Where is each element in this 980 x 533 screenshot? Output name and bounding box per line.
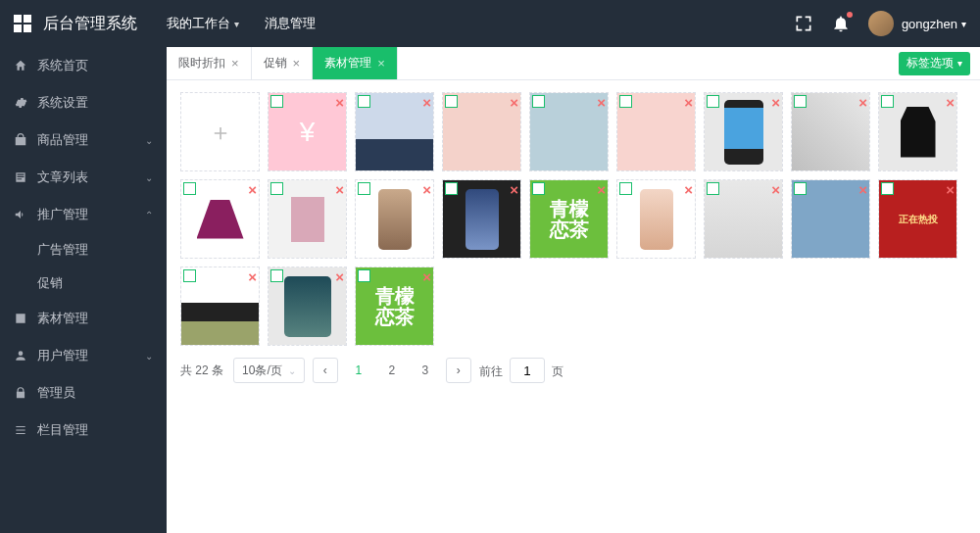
delete-icon[interactable]: × xyxy=(248,181,257,198)
checkbox[interactable] xyxy=(619,95,632,108)
page-next-button[interactable]: › xyxy=(446,358,471,383)
sidebar-sub-ad[interactable]: 广告管理 xyxy=(0,233,167,266)
close-icon[interactable]: × xyxy=(231,56,239,71)
sidebar-label: 用户管理 xyxy=(37,347,145,364)
material-item[interactable]: 青檬 恋茶× xyxy=(355,266,434,346)
material-item[interactable]: × xyxy=(268,266,347,346)
material-item[interactable]: × xyxy=(791,92,870,171)
top-menu-workbench[interactable]: 我的工作台 ▾ xyxy=(167,15,239,32)
checkbox[interactable] xyxy=(619,182,632,195)
delete-icon[interactable]: × xyxy=(946,94,955,111)
top-menu-messages[interactable]: 消息管理 xyxy=(265,15,316,32)
checkbox[interactable] xyxy=(707,95,719,108)
sidebar-item-user[interactable]: 用户管理 ⌄ xyxy=(0,337,167,374)
delete-icon[interactable]: × xyxy=(510,94,518,111)
add-material-button[interactable]: ＋ xyxy=(180,92,260,171)
material-item[interactable]: × xyxy=(180,179,260,259)
page-jump: 前往 页 xyxy=(479,358,564,383)
checkbox[interactable] xyxy=(881,95,894,108)
delete-icon[interactable]: × xyxy=(597,94,606,111)
notification-dot-icon xyxy=(847,12,853,18)
delete-icon[interactable]: × xyxy=(946,181,955,198)
page-jump-input[interactable] xyxy=(510,358,545,383)
sidebar-item-column[interactable]: 栏目管理 xyxy=(0,412,167,449)
checkbox[interactable] xyxy=(270,95,283,108)
material-item[interactable]: 正在热投× xyxy=(878,179,957,259)
app-grid-icon[interactable] xyxy=(14,15,31,32)
material-item[interactable]: × xyxy=(442,179,521,259)
checkbox[interactable] xyxy=(270,182,283,195)
tab-material[interactable]: 素材管理 × xyxy=(313,47,398,79)
delete-icon[interactable]: × xyxy=(335,94,344,111)
checkbox[interactable] xyxy=(881,182,894,195)
checkbox[interactable] xyxy=(183,269,196,282)
delete-icon[interactable]: × xyxy=(422,181,431,198)
delete-icon[interactable]: × xyxy=(684,181,693,198)
material-item[interactable]: 青檬 恋茶× xyxy=(529,179,609,259)
sidebar-item-home[interactable]: 系统首页 xyxy=(0,47,167,84)
checkbox[interactable] xyxy=(358,269,370,282)
material-item[interactable]: × xyxy=(791,179,870,259)
sidebar-item-articles[interactable]: 文章列表 ⌄ xyxy=(0,159,167,196)
caret-down-icon: ⌄ xyxy=(288,365,296,376)
material-item[interactable]: × xyxy=(355,179,434,259)
checkbox[interactable] xyxy=(532,95,545,108)
delete-icon[interactable]: × xyxy=(335,181,344,198)
material-item[interactable]: × xyxy=(442,92,521,171)
material-item[interactable]: × xyxy=(180,266,260,346)
material-item[interactable]: × xyxy=(529,92,609,171)
sidebar-item-admin[interactable]: 管理员 xyxy=(0,374,167,412)
checkbox[interactable] xyxy=(794,182,807,195)
material-item[interactable]: × xyxy=(878,92,957,171)
material-item[interactable]: × xyxy=(616,92,696,171)
page-number[interactable]: 1 xyxy=(346,358,371,383)
material-grid: ＋ × × × × × × × × × × × × 青檬 恋茶× × × × 正… xyxy=(180,92,966,346)
delete-icon[interactable]: × xyxy=(422,94,431,111)
checkbox[interactable] xyxy=(532,182,545,195)
checkbox[interactable] xyxy=(183,182,196,195)
delete-icon[interactable]: × xyxy=(858,181,867,198)
close-icon[interactable]: × xyxy=(293,56,301,71)
sidebar-sub-sale[interactable]: 促销 xyxy=(0,266,167,300)
material-item[interactable]: × xyxy=(268,92,347,171)
checkbox[interactable] xyxy=(270,269,283,282)
material-item[interactable]: × xyxy=(268,179,347,259)
page-number[interactable]: 2 xyxy=(379,358,405,383)
bell-icon[interactable] xyxy=(831,14,851,33)
delete-icon[interactable]: × xyxy=(858,94,867,111)
delete-icon[interactable]: × xyxy=(510,181,518,198)
tag-filter-select[interactable]: 标签选项 ▾ xyxy=(899,52,970,75)
tab-promotion[interactable]: 促销 × xyxy=(252,47,314,79)
material-item[interactable]: × xyxy=(704,92,783,171)
delete-icon[interactable]: × xyxy=(771,181,780,198)
page-prev-button[interactable]: ‹ xyxy=(313,358,338,383)
username-label: gongzhen xyxy=(902,17,957,31)
avatar[interactable] xyxy=(868,11,894,36)
checkbox[interactable] xyxy=(445,182,458,195)
delete-icon[interactable]: × xyxy=(422,268,431,285)
checkbox[interactable] xyxy=(707,182,719,195)
close-icon[interactable]: × xyxy=(377,56,385,71)
fullscreen-icon[interactable] xyxy=(794,14,813,33)
material-item[interactable]: × xyxy=(616,179,696,259)
checkbox[interactable] xyxy=(445,95,458,108)
sidebar-item-settings[interactable]: 系统设置 xyxy=(0,84,167,121)
checkbox[interactable] xyxy=(358,95,370,108)
page-size-select[interactable]: 10条/页 ⌄ xyxy=(233,358,305,383)
delete-icon[interactable]: × xyxy=(597,181,606,198)
sidebar-item-goods[interactable]: 商品管理 ⌄ xyxy=(0,121,167,159)
tab-limited-discount[interactable]: 限时折扣 × xyxy=(167,47,252,79)
sidebar-item-material[interactable]: 素材管理 xyxy=(0,300,167,337)
material-item[interactable]: × xyxy=(355,92,434,171)
checkbox[interactable] xyxy=(358,182,370,195)
checkbox[interactable] xyxy=(794,95,807,108)
user-menu[interactable]: gongzhen ▾ xyxy=(902,17,966,31)
sidebar-sub-label: 促销 xyxy=(37,274,63,292)
delete-icon[interactable]: × xyxy=(684,94,693,111)
sidebar-item-promo[interactable]: 推广管理 ⌃ xyxy=(0,196,167,233)
page-number[interactable]: 3 xyxy=(413,358,438,383)
material-item[interactable]: × xyxy=(704,179,783,259)
delete-icon[interactable]: × xyxy=(248,268,257,285)
delete-icon[interactable]: × xyxy=(335,268,344,285)
delete-icon[interactable]: × xyxy=(771,94,780,111)
